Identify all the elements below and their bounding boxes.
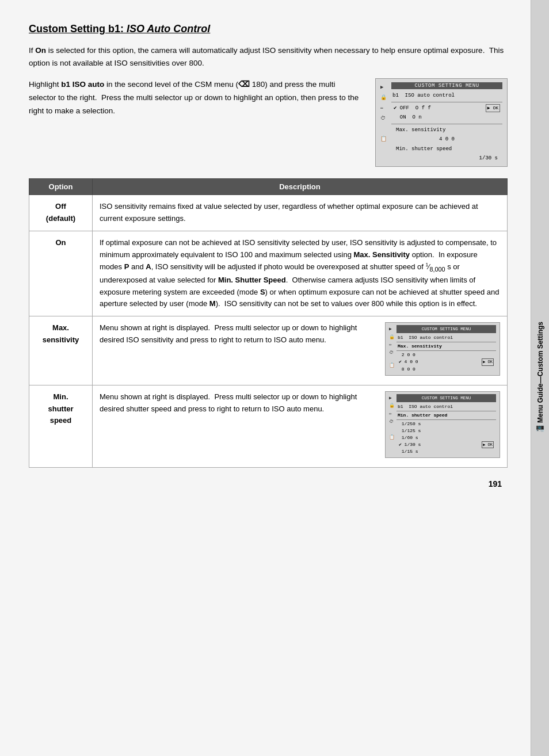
csm-sub-min-val: 1/30 s	[391, 154, 502, 163]
table-row-off: Off(default) ISO sensitivity remains fix…	[29, 195, 508, 231]
csm-title: CUSTOM SETTING MENU	[391, 82, 502, 89]
csm-sub-max-val: 4 0 0	[391, 135, 502, 144]
csm-screenshot-max: ▶ 🔒 ✏ ⏱ 📋 CUSTOM SETTING MENU	[385, 322, 500, 379]
intro-paragraph: If On is selected for this option, the c…	[29, 44, 508, 69]
col-header-option: Option	[29, 179, 93, 195]
csm-screenshot-main: ▶ 🔒 ✏ ⏱ 📋 CUSTOM SETTING MENU b1 ISO aut…	[375, 78, 508, 167]
desc-on: If optimal exposure can not be achieved …	[93, 231, 508, 316]
desc-min-shutter: Menu shown at right is displayed. Press …	[93, 385, 508, 468]
table-row-on: On If optimal exposure can not be achiev…	[29, 231, 508, 316]
option-on: On	[29, 231, 93, 316]
title-prefix: Custom Setting b1:	[29, 23, 127, 35]
csm-option-off: ✔ OFF O f f ▶ OK	[391, 104, 502, 113]
desc-min-text: Menu shown at right is displayed. Press …	[100, 391, 379, 415]
csm-sub-min-shutter: Min. shutter speed	[391, 144, 502, 154]
page-number: 191	[29, 479, 508, 488]
csm-subtitle-row: b1 ISO auto control	[391, 91, 502, 101]
highlight-text: Highlight b1 ISO auto in the second leve…	[29, 78, 364, 167]
option-max-sensitivity: Max.sensitivity	[29, 316, 93, 385]
csm-sub-max-sensitivity: Max. sensitivity	[391, 125, 502, 135]
csm-option-on: ON O n	[391, 113, 502, 122]
desc-max-text: Menu shown at right is displayed. Press …	[100, 322, 379, 346]
side-tab: 📷 Menu Guide—Custom Settings	[531, 0, 549, 756]
csm-icons: ▶ 🔒 ✏ ⏱ 📋	[380, 82, 389, 163]
options-table: Option Description Off(default) ISO sens…	[29, 178, 508, 468]
title-italic: ISO Auto Control	[127, 23, 210, 35]
page-title: Custom Setting b1: ISO Auto Control	[29, 23, 508, 35]
highlight-section: Highlight b1 ISO auto in the second leve…	[29, 78, 508, 167]
option-min-shutter: Min.shutterspeed	[29, 385, 93, 468]
side-tab-icon: 📷	[536, 426, 544, 434]
side-tab-text: 📷 Menu Guide—Custom Settings	[536, 322, 544, 434]
col-header-description: Description	[93, 179, 508, 195]
table-row-max-sensitivity: Max.sensitivity Menu shown at right is d…	[29, 316, 508, 385]
desc-off: ISO sensitivity remains fixed at value s…	[93, 195, 508, 231]
table-row-min-shutter: Min.shutterspeed Menu shown at right is …	[29, 385, 508, 468]
option-off: Off(default)	[29, 195, 93, 231]
csm-screenshot-min: ▶ 🔒 ✏ ⏱ 📋 CUSTOM SETTING MENU	[385, 391, 500, 462]
desc-max-sensitivity: Menu shown at right is displayed. Press …	[93, 316, 508, 385]
